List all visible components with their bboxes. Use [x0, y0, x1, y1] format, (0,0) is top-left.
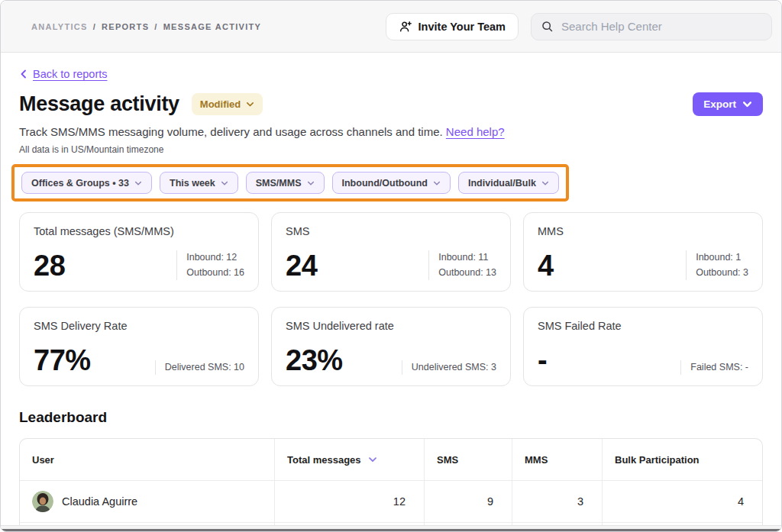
page-title: Message activity — [19, 92, 179, 116]
filter-label: Individual/Bulk — [468, 178, 536, 189]
stat-card-value: 24 — [286, 251, 317, 280]
chevron-down-icon — [742, 99, 752, 109]
column-header-total-messages[interactable]: Total messages — [274, 439, 424, 480]
invite-your-team-button[interactable]: Invite Your Team — [386, 13, 519, 40]
stat-card-label: SMS Failed Rate — [538, 320, 748, 332]
stat-card-value: 77% — [34, 346, 91, 375]
stat-card-mms: MMS 4 Inbound: 1 Outbound: 3 — [523, 212, 763, 292]
back-link-label: Back to reports — [33, 68, 108, 80]
chevron-down-icon — [433, 179, 441, 187]
table-row[interactable]: Claudia Aguirre 12 9 3 4 — [20, 480, 762, 522]
modified-badge-label: Modified — [200, 98, 241, 110]
column-header-user: User — [20, 439, 274, 480]
timezone-note: All data is in US/Mountain timezone — [19, 144, 763, 155]
mms-value: 3 — [512, 481, 602, 522]
chevron-down-icon — [307, 179, 315, 187]
page-description: Track SMS/MMS messaging volume, delivery… — [19, 125, 763, 138]
topbar-actions: Invite Your Team — [386, 13, 772, 40]
main-content: Back to reports Message activity Modifie… — [1, 53, 781, 532]
column-header-bulk-participation[interactable]: Bulk Participation — [602, 439, 762, 480]
search-input[interactable] — [561, 20, 762, 33]
column-header-label: Total messages — [287, 454, 361, 466]
description-text: Track SMS/MMS messaging volume, delivery… — [19, 125, 443, 138]
filter-message-type[interactable]: SMS/MMS — [246, 172, 325, 194]
help-center-search[interactable] — [531, 13, 772, 40]
filter-time-range[interactable]: This week — [160, 172, 238, 194]
breadcrumb-analytics[interactable]: ANALYTICS — [31, 22, 88, 31]
table-header-row: User Total messages SMS MMS Bulk Partici… — [20, 439, 762, 480]
stat-card-detail: Inbound: 12 Outbound: 16 — [176, 250, 244, 280]
export-button-label: Export — [703, 98, 736, 110]
modified-status-badge[interactable]: Modified — [192, 93, 263, 115]
stat-card-delivery-rate: SMS Delivery Rate 77% Delivered SMS: 10 — [19, 307, 259, 386]
leaderboard-title: Leaderboard — [19, 409, 763, 426]
stat-card-label: SMS Delivery Rate — [34, 320, 244, 332]
stat-card-value: - — [538, 346, 547, 375]
filters-highlight-annotation: Offices & Groups • 33 This week SMS/MMS … — [11, 164, 569, 202]
filter-individual-bulk[interactable]: Individual/Bulk — [458, 172, 559, 194]
breadcrumb: ANALYTICS / REPORTS / MESSAGE ACTIVITY — [31, 22, 386, 31]
topbar: ANALYTICS / REPORTS / MESSAGE ACTIVITY I… — [1, 1, 781, 53]
stat-card-label: MMS — [538, 225, 748, 237]
stat-detail-undelivered: Undelivered SMS: 3 — [412, 360, 496, 375]
stat-card-value: 23% — [286, 346, 343, 375]
stats-grid: Total messages (SMS/MMS) 28 Inbound: 12 … — [19, 212, 763, 386]
column-header-sms[interactable]: SMS — [424, 439, 512, 480]
stat-card-undelivered-rate: SMS Undelivered rate 23% Undelivered SMS… — [271, 307, 511, 386]
window-bottom-edge — [1, 525, 781, 531]
user-name: Claudia Aguirre — [62, 495, 137, 508]
user-cell: Claudia Aguirre — [20, 481, 274, 522]
avatar — [32, 491, 53, 512]
column-header-mms[interactable]: MMS — [512, 439, 602, 480]
stat-detail-inbound: Inbound: 11 — [438, 250, 496, 265]
person-plus-icon — [399, 20, 412, 34]
bulk-participation-value: 4 — [602, 481, 762, 522]
stat-detail-failed: Failed SMS: - — [690, 360, 748, 375]
breadcrumb-separator: / — [93, 22, 96, 31]
message-activity-page: ANALYTICS / REPORTS / MESSAGE ACTIVITY I… — [0, 0, 782, 532]
sms-value: 9 — [424, 481, 512, 522]
stat-card-value: 28 — [34, 251, 65, 280]
filter-direction[interactable]: Inbound/Outbound — [332, 172, 451, 194]
breadcrumb-separator: / — [154, 22, 157, 31]
stat-detail-outbound: Outbound: 16 — [186, 266, 244, 280]
chevron-down-icon — [221, 179, 228, 187]
stat-card-sms: SMS 24 Inbound: 11 Outbound: 13 — [271, 212, 511, 292]
stat-detail-inbound: Inbound: 12 — [186, 250, 244, 265]
filter-label: This week — [170, 178, 215, 189]
title-row: Message activity Modified Export — [19, 92, 763, 116]
stat-card-failed-rate: SMS Failed Rate - Failed SMS: - — [523, 307, 763, 386]
stat-card-label: SMS Undelivered rate — [286, 320, 496, 332]
breadcrumb-reports[interactable]: REPORTS — [102, 22, 149, 31]
stat-card-label: Total messages (SMS/MMS) — [34, 225, 244, 237]
chevron-down-icon — [541, 179, 549, 187]
filter-label: Offices & Groups • 33 — [31, 178, 129, 189]
stat-detail-outbound: Outbound: 3 — [696, 266, 748, 280]
chevron-down-icon — [246, 100, 254, 108]
breadcrumb-message-activity: MESSAGE ACTIVITY — [163, 22, 262, 31]
stat-card-detail: Inbound: 11 Outbound: 13 — [428, 250, 496, 280]
table-body: Claudia Aguirre 12 9 3 4 — [20, 480, 762, 532]
need-help-link[interactable]: Need help? — [446, 125, 505, 138]
stat-card-value: 4 — [538, 251, 554, 280]
stat-card-detail: Inbound: 1 Outbound: 3 — [686, 250, 748, 280]
chevron-down-icon — [134, 179, 142, 187]
chevron-left-icon — [19, 69, 28, 79]
export-button[interactable]: Export — [693, 92, 763, 116]
leaderboard-table: User Total messages SMS MMS Bulk Partici… — [19, 438, 763, 532]
stat-card-detail: Failed SMS: - — [680, 360, 748, 375]
filter-label: SMS/MMS — [256, 178, 302, 189]
stat-detail-inbound: Inbound: 1 — [696, 250, 748, 265]
stat-detail-outbound: Outbound: 13 — [438, 266, 496, 280]
total-messages-value: 12 — [274, 481, 424, 522]
filter-offices-groups[interactable]: Offices & Groups • 33 — [21, 172, 152, 194]
stat-detail-delivered: Delivered SMS: 10 — [165, 360, 244, 375]
filter-label: Inbound/Outbound — [342, 178, 428, 189]
back-to-reports-link[interactable]: Back to reports — [19, 68, 108, 80]
stat-card-detail: Undelivered SMS: 3 — [402, 360, 496, 375]
sort-chevron-down-icon[interactable] — [368, 455, 377, 464]
stat-card-label: SMS — [286, 225, 496, 237]
search-icon — [541, 20, 554, 33]
invite-button-label: Invite Your Team — [418, 21, 506, 33]
stat-card-detail: Delivered SMS: 10 — [155, 360, 244, 375]
